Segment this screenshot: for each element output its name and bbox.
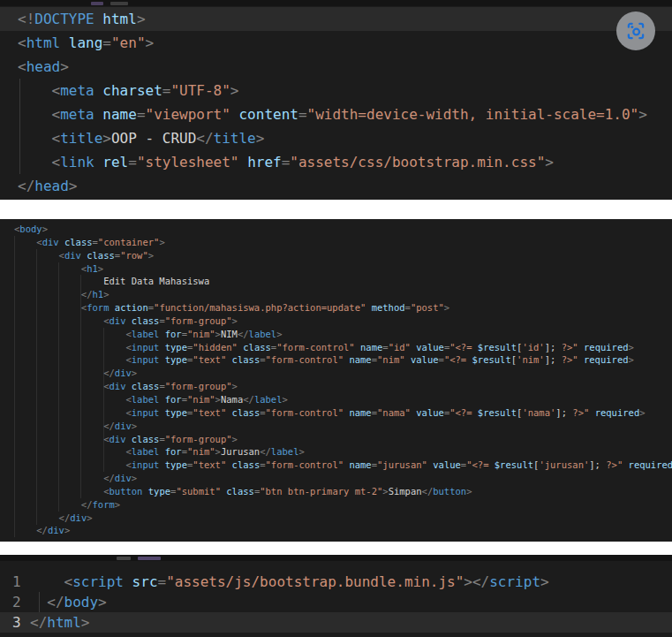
code-token: type: [165, 354, 187, 365]
code-line[interactable]: 3</html>: [0, 612, 672, 633]
code-line[interactable]: <!DOCTYPE html>: [0, 7, 672, 31]
code-token: >: [98, 263, 103, 274]
code-token: Jurusan: [221, 446, 260, 457]
code-token: "<?=: [466, 459, 495, 470]
code-token: [14, 250, 59, 261]
code-token: >: [629, 342, 634, 353]
code-line[interactable]: <input type="hidden" class="form-control…: [0, 341, 672, 354]
code-line[interactable]: <div class="form-group">: [0, 315, 672, 328]
code-line[interactable]: <form action="function/mahasiswa.php?act…: [0, 301, 672, 315]
code-line[interactable]: <meta name="viewport" content="width=dev…: [0, 102, 672, 126]
code-token: >: [102, 130, 111, 147]
code-token: ];: [555, 407, 567, 418]
code-token: <: [18, 34, 26, 51]
code-line[interactable]: <html lang="en">: [0, 31, 672, 55]
code-token: value: [416, 407, 444, 418]
code-token: div: [64, 250, 81, 261]
code-token: >: [69, 178, 78, 194]
code-token: h1: [87, 263, 98, 274]
code-token: <: [64, 573, 73, 590]
code-line[interactable]: </div>: [0, 512, 672, 525]
code-block-head: <!DOCTYPE html><html lang="en"><head> <m…: [0, 0, 672, 200]
code-line[interactable]: </div>: [0, 524, 672, 537]
code-line[interactable]: <input type="text" class="form-control" …: [0, 459, 672, 472]
code-line[interactable]: </div>: [0, 420, 672, 433]
code-token: NIM: [221, 329, 238, 339]
code-line[interactable]: 2 </body>: [0, 592, 672, 612]
code-line[interactable]: <head>: [0, 55, 672, 79]
code-token: div: [115, 368, 132, 378]
code-token: [18, 82, 52, 99]
code-line[interactable]: <meta charset="UTF-8">: [0, 79, 672, 102]
code-token: title: [60, 130, 102, 147]
code-token: [30, 594, 47, 610]
code-line[interactable]: <body>: [0, 223, 672, 236]
code-token: method: [372, 302, 405, 313]
code-line[interactable]: Edit Data Mahasiswa: [0, 275, 672, 288]
code-token: label: [254, 394, 283, 405]
code-token: "id": [389, 342, 411, 353]
code-line[interactable]: <label for="nim">Nama</label>: [0, 393, 672, 406]
code-token: "nama": [377, 407, 411, 418]
line-number: 1: [0, 572, 30, 592]
code-token: [18, 106, 52, 123]
code-token: >: [87, 512, 92, 523]
code-token: required: [584, 354, 629, 365]
code-token: html: [26, 34, 61, 51]
code-token: >: [159, 237, 164, 247]
code-token: body: [19, 224, 42, 234]
line-number: 2: [0, 592, 30, 612]
code-token: >: [60, 58, 69, 75]
code-token: "<?=: [449, 342, 478, 353]
code-line[interactable]: <button type="submit" class="btn btn-pri…: [0, 485, 672, 498]
code-token: [238, 154, 247, 171]
code-token: "assets/js/bootstrap.bundle.min.js": [166, 573, 464, 590]
code-token: ?>": [600, 459, 623, 470]
code-line[interactable]: <input type="text" class="form-control" …: [0, 353, 672, 367]
screen-capture-icon: [624, 19, 647, 42]
code-line[interactable]: </form>: [0, 498, 672, 512]
code-token: </: [103, 473, 115, 483]
code-token: 'id': [522, 342, 544, 353]
code-token: src: [132, 573, 158, 590]
code-token: link: [60, 154, 94, 171]
screen-capture-button[interactable]: [616, 11, 655, 50]
code-token: button: [433, 486, 466, 497]
code-line[interactable]: <div class="container">: [0, 236, 672, 249]
code-token: </: [81, 499, 93, 510]
code-line[interactable]: </div>: [0, 472, 672, 485]
code-token: [14, 407, 125, 418]
code-line[interactable]: </div>: [0, 367, 672, 380]
code-line[interactable]: <label for="nim">Jurusan</label>: [0, 445, 672, 459]
code-line[interactable]: <div class="form-group">: [0, 380, 672, 393]
code-line[interactable]: <h1>: [0, 262, 672, 276]
code-token: input: [132, 354, 160, 365]
code-token: Edit Data Mahasiswa: [14, 276, 209, 286]
code-token: >: [232, 434, 238, 444]
code-token: [30, 573, 64, 590]
code-token: meta: [60, 82, 94, 99]
code-token: "stylesheet": [137, 154, 239, 171]
code-token: </: [36, 525, 48, 535]
code-token: input: [132, 459, 160, 470]
code-line[interactable]: <div class="row">: [0, 249, 672, 262]
code-token: name: [349, 407, 371, 418]
code-token: <: [52, 106, 61, 123]
code-token: </: [47, 594, 64, 610]
code-line[interactable]: 1 <script src="assets/js/bootstrap.bundl…: [0, 572, 672, 592]
code-line[interactable]: <div class="form-group">: [0, 433, 672, 446]
code-token: </: [260, 446, 271, 457]
code-line[interactable]: <label for="nim">NIM</label>: [0, 328, 672, 341]
code-token: div: [109, 434, 125, 444]
code-line[interactable]: <link rel="stylesheet" href="assets/css/…: [0, 150, 672, 174]
code-token: =: [137, 106, 146, 123]
code-line[interactable]: <title>OOP - CRUD</title>: [0, 126, 672, 150]
code-token: >: [132, 473, 137, 483]
code-line[interactable]: </head>: [0, 174, 672, 198]
code-token: [14, 486, 103, 497]
code-line[interactable]: </h1>: [0, 288, 672, 301]
code-token: [14, 499, 81, 510]
code-token: title: [214, 130, 256, 147]
code-line[interactable]: <input type="text" class="form-control" …: [0, 406, 672, 420]
code-token: "nim": [187, 394, 215, 405]
